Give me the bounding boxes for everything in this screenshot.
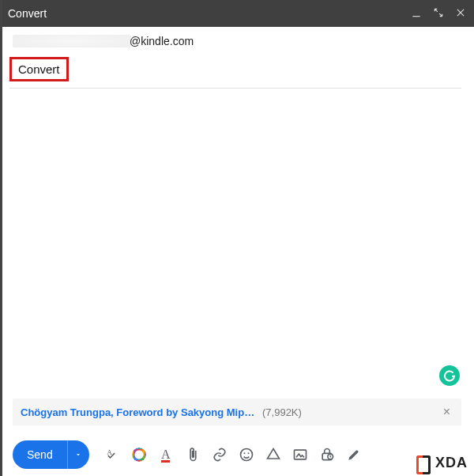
format-text-icon[interactable]: A: [154, 443, 178, 467]
subject-field[interactable]: Convert: [9, 57, 69, 81]
insert-photo-icon[interactable]: [288, 443, 312, 467]
send-options-button[interactable]: [67, 440, 89, 469]
remove-attachment-icon[interactable]: ×: [440, 405, 453, 419]
svg-point-3: [247, 452, 249, 454]
attachment-size: (7,992K): [262, 406, 302, 418]
ai-suggest-icon[interactable]: [127, 443, 151, 467]
svg-text:A: A: [107, 448, 112, 456]
send-button[interactable]: Send: [13, 440, 67, 469]
xda-watermark: XDA: [415, 454, 468, 471]
insert-emoji-icon[interactable]: [235, 443, 258, 467]
redacted-recipient: [13, 35, 131, 47]
confidential-mode-icon[interactable]: [315, 443, 339, 467]
attachment-chip[interactable]: Chögyam Trungpa, Foreword by Sakyong Mip…: [13, 399, 461, 425]
xda-logo-icon: [415, 454, 432, 471]
close-icon[interactable]: [455, 7, 466, 20]
grammarly-icon[interactable]: [439, 365, 460, 386]
svg-point-2: [243, 452, 245, 454]
compose-titlebar: Convert: [0, 0, 474, 27]
spellcheck-icon[interactable]: A: [100, 443, 124, 467]
recipient-suffix: @kindle.com: [130, 35, 194, 47]
xda-text: XDA: [435, 455, 468, 471]
attach-file-icon[interactable]: [181, 443, 205, 467]
insert-signature-icon[interactable]: [342, 443, 366, 467]
window-title: Convert: [8, 7, 411, 20]
insert-link-icon[interactable]: [208, 443, 231, 467]
minimize-icon[interactable]: [411, 7, 422, 20]
attachment-filename: Chögyam Trungpa, Foreword by Sakyong Mip…: [21, 406, 258, 418]
message-body[interactable]: [0, 89, 474, 399]
recipients-field[interactable]: @kindle.com: [0, 27, 474, 54]
compose-toolbar: Send A A: [0, 433, 474, 476]
insert-drive-icon[interactable]: [261, 443, 285, 467]
svg-point-1: [240, 449, 252, 461]
fullscreen-icon[interactable]: [433, 7, 444, 20]
